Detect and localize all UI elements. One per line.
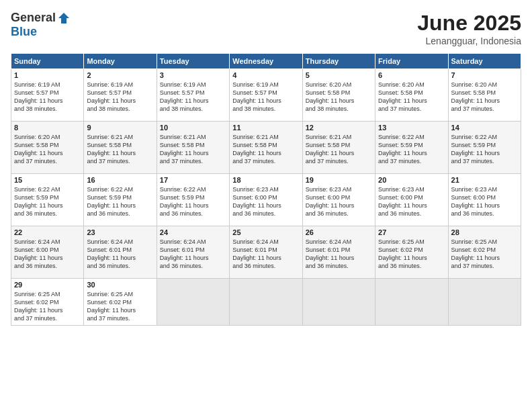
calendar-header-row: Sunday Monday Tuesday Wednesday Thursday… [11,54,521,69]
col-friday: Friday [375,54,448,69]
logo-general: General [11,11,56,25]
logo: General Blue [11,11,71,39]
col-tuesday: Tuesday [157,54,229,69]
table-row: 21 Sunrise: 6:23 AM Sunset: 6:00 PM Dayl… [448,174,521,226]
table-row: 3 Sunrise: 6:19 AM Sunset: 5:57 PM Dayli… [157,69,229,122]
table-row: 1 Sunrise: 6:19 AM Sunset: 5:57 PM Dayli… [11,69,84,122]
table-row [302,279,375,326]
col-monday: Monday [84,54,157,69]
month-title: June 2025 [417,11,521,36]
table-row [157,279,229,326]
table-row: 8 Sunrise: 6:20 AM Sunset: 5:58 PM Dayli… [11,122,84,174]
table-row: 11 Sunrise: 6:21 AM Sunset: 5:58 PM Dayl… [230,122,302,174]
table-row: 10 Sunrise: 6:21 AM Sunset: 5:58 PM Dayl… [157,122,229,174]
table-row: 16 Sunrise: 6:22 AM Sunset: 5:59 PM Dayl… [84,174,157,226]
table-row: 15 Sunrise: 6:22 AM Sunset: 5:59 PM Dayl… [11,174,84,226]
table-row: 4 Sunrise: 6:19 AM Sunset: 5:57 PM Dayli… [230,69,302,122]
calendar-table: Sunday Monday Tuesday Wednesday Thursday… [11,53,521,326]
logo-icon [57,11,71,25]
table-row: 14 Sunrise: 6:22 AM Sunset: 5:59 PM Dayl… [448,122,521,174]
table-row: 26 Sunrise: 6:24 AM Sunset: 6:01 PM Dayl… [302,226,375,279]
table-row: 23 Sunrise: 6:24 AM Sunset: 6:01 PM Dayl… [84,226,157,279]
table-row: 13 Sunrise: 6:22 AM Sunset: 5:59 PM Dayl… [375,122,448,174]
table-row: 25 Sunrise: 6:24 AM Sunset: 6:01 PM Dayl… [230,226,302,279]
table-row: 5 Sunrise: 6:20 AM Sunset: 5:58 PM Dayli… [302,69,375,122]
table-row: 28 Sunrise: 6:25 AM Sunset: 6:02 PM Dayl… [448,226,521,279]
table-row: 29 Sunrise: 6:25 AM Sunset: 6:02 PM Dayl… [11,279,84,326]
page-header: General Blue June 2025 Lenangguar, Indon… [11,11,521,46]
table-row: 9 Sunrise: 6:21 AM Sunset: 5:58 PM Dayli… [84,122,157,174]
table-row [375,279,448,326]
table-row [230,279,302,326]
table-row: 20 Sunrise: 6:23 AM Sunset: 6:00 PM Dayl… [375,174,448,226]
table-row: 19 Sunrise: 6:23 AM Sunset: 6:00 PM Dayl… [302,174,375,226]
svg-marker-0 [58,13,69,24]
col-thursday: Thursday [302,54,375,69]
table-row: 12 Sunrise: 6:21 AM Sunset: 5:58 PM Dayl… [302,122,375,174]
table-row: 24 Sunrise: 6:24 AM Sunset: 6:01 PM Dayl… [157,226,229,279]
col-saturday: Saturday [448,54,521,69]
table-row: 17 Sunrise: 6:22 AM Sunset: 5:59 PM Dayl… [157,174,229,226]
table-row [448,279,521,326]
col-wednesday: Wednesday [230,54,302,69]
table-row: 18 Sunrise: 6:23 AM Sunset: 6:00 PM Dayl… [230,174,302,226]
col-sunday: Sunday [11,54,84,69]
table-row: 30 Sunrise: 6:25 AM Sunset: 6:02 PM Dayl… [84,279,157,326]
location-subtitle: Lenangguar, Indonesia [417,36,521,46]
table-row: 6 Sunrise: 6:20 AM Sunset: 5:58 PM Dayli… [375,69,448,122]
table-row: 27 Sunrise: 6:25 AM Sunset: 6:02 PM Dayl… [375,226,448,279]
table-row: 22 Sunrise: 6:24 AM Sunset: 6:00 PM Dayl… [11,226,84,279]
table-row: 7 Sunrise: 6:20 AM Sunset: 5:58 PM Dayli… [448,69,521,122]
logo-blue: Blue [11,25,37,39]
title-block: June 2025 Lenangguar, Indonesia [417,11,521,46]
table-row: 2 Sunrise: 6:19 AM Sunset: 5:57 PM Dayli… [84,69,157,122]
